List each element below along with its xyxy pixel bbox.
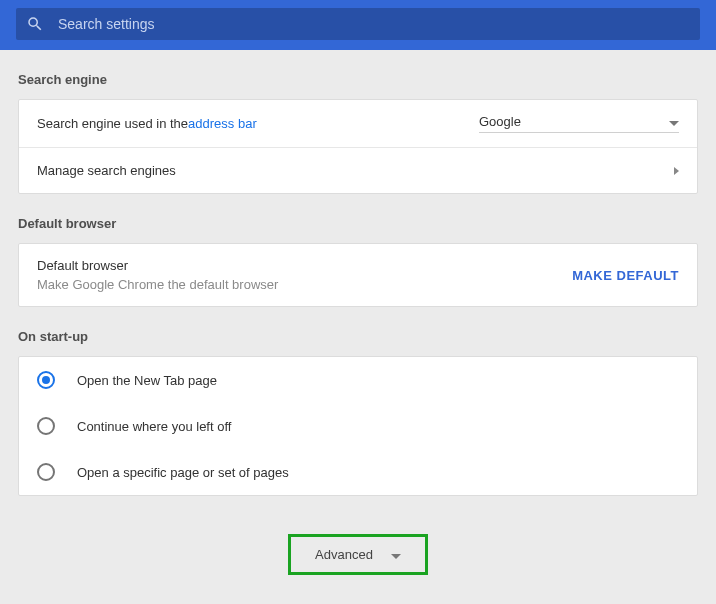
advanced-button[interactable]: Advanced — [288, 534, 428, 575]
startup-option-specific[interactable]: Open a specific page or set of pages — [19, 449, 697, 495]
startup-option-label: Open a specific page or set of pages — [77, 465, 289, 480]
arrow-right-icon — [674, 163, 679, 178]
search-engine-addressbar-row: Search engine used in the address bar Go… — [19, 100, 697, 147]
startup-option-label: Open the New Tab page — [77, 373, 217, 388]
advanced-wrap: Advanced — [18, 534, 698, 575]
search-engine-card: Search engine used in the address bar Go… — [18, 99, 698, 194]
search-input[interactable] — [58, 16, 690, 32]
search-icon — [26, 15, 44, 33]
section-title-search-engine: Search engine — [18, 72, 698, 87]
startup-option-label: Continue where you left off — [77, 419, 231, 434]
default-browser-heading: Default browser — [37, 258, 278, 273]
address-bar-link[interactable]: address bar — [188, 116, 257, 131]
search-box[interactable] — [16, 8, 700, 40]
make-default-button[interactable]: MAKE DEFAULT — [572, 268, 679, 283]
default-browser-row: Default browser Make Google Chrome the d… — [19, 244, 697, 306]
startup-option-continue[interactable]: Continue where you left off — [19, 403, 697, 449]
caret-down-icon — [391, 547, 401, 562]
radio-icon — [37, 417, 55, 435]
default-browser-sub: Make Google Chrome the default browser — [37, 277, 278, 292]
search-engine-select[interactable]: Google — [479, 114, 679, 133]
startup-option-new-tab[interactable]: Open the New Tab page — [19, 357, 697, 403]
addressbar-prefix: Search engine used in the — [37, 116, 188, 131]
search-engine-selected: Google — [479, 114, 521, 129]
content: Search engine Search engine used in the … — [0, 72, 716, 575]
manage-search-engines-label: Manage search engines — [37, 163, 674, 178]
search-engine-addressbar-label: Search engine used in the address bar — [37, 116, 479, 131]
section-title-startup: On start-up — [18, 329, 698, 344]
manage-search-engines-row[interactable]: Manage search engines — [19, 147, 697, 193]
header-bar — [0, 0, 716, 50]
caret-down-icon — [669, 114, 679, 129]
radio-icon — [37, 371, 55, 389]
default-browser-text: Default browser Make Google Chrome the d… — [37, 258, 278, 292]
startup-card: Open the New Tab page Continue where you… — [18, 356, 698, 496]
default-browser-card: Default browser Make Google Chrome the d… — [18, 243, 698, 307]
section-title-default-browser: Default browser — [18, 216, 698, 231]
advanced-label: Advanced — [315, 547, 373, 562]
radio-icon — [37, 463, 55, 481]
